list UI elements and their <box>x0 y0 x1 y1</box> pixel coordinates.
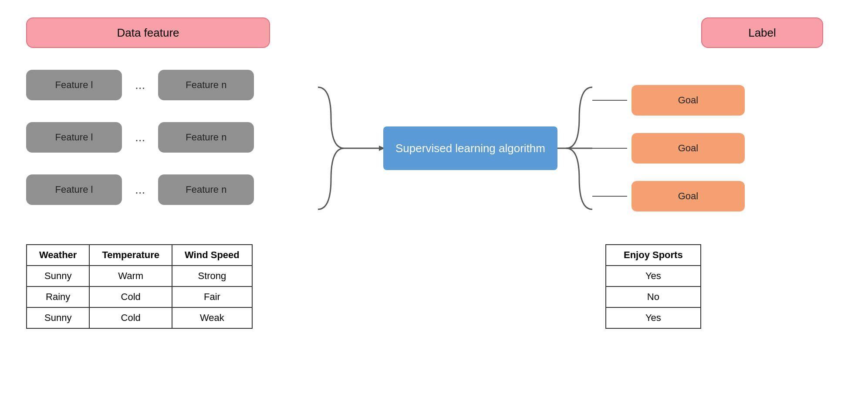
feature-dots-2: ... <box>135 130 145 144</box>
sla-box: Supervised learning algorithm <box>383 126 557 170</box>
row1-weather: Sunny <box>27 266 89 286</box>
row2-weather: Rainy <box>27 286 89 307</box>
goal-box-1: Goal <box>632 85 745 116</box>
table-row: Yes <box>606 266 701 286</box>
feature-row-3: Feature l ... Feature n <box>26 174 254 205</box>
sla-label: Supervised learning algorithm <box>395 142 545 155</box>
label-box: Label <box>701 17 823 48</box>
feature-row-1: Feature l ... Feature n <box>26 70 254 100</box>
feature-box-3-n: Feature n <box>158 174 254 205</box>
feature-box-1-n: Feature n <box>158 70 254 100</box>
row3-wind: Weak <box>172 307 252 328</box>
feature-dots-1: ... <box>135 78 145 92</box>
enjoy-table-header: Enjoy Sports <box>606 245 701 266</box>
feature-box-1-1: Feature l <box>26 70 122 100</box>
row1-temperature: Warm <box>89 266 172 286</box>
table-row: Rainy Cold Fair <box>27 286 252 307</box>
feature-box-2-1: Feature l <box>26 122 122 153</box>
enjoy-table: Enjoy Sports Yes No Yes <box>605 244 701 329</box>
row2-wind: Fair <box>172 286 252 307</box>
goal-box-2: Goal <box>632 133 745 164</box>
data-table-header-wind: Wind Speed <box>172 245 252 266</box>
enjoy-row-2: No <box>606 286 701 307</box>
row2-temperature: Cold <box>89 286 172 307</box>
data-feature-box: Data feature <box>26 17 270 48</box>
goal-box-3: Goal <box>632 181 745 211</box>
data-table-header-temperature: Temperature <box>89 245 172 266</box>
label-box-label: Label <box>748 26 776 40</box>
feature-dots-3: ... <box>135 183 145 197</box>
table-row: Sunny Warm Strong <box>27 266 252 286</box>
row3-weather: Sunny <box>27 307 89 328</box>
table-row: Yes <box>606 307 701 328</box>
row1-wind: Strong <box>172 266 252 286</box>
table-row: Sunny Cold Weak <box>27 307 252 328</box>
feature-box-2-n: Feature n <box>158 122 254 153</box>
feature-row-2: Feature l ... Feature n <box>26 122 254 153</box>
data-table: Weather Temperature Wind Speed Sunny War… <box>26 244 253 329</box>
enjoy-row-3: Yes <box>606 307 701 328</box>
data-table-header-weather: Weather <box>27 245 89 266</box>
row3-temperature: Cold <box>89 307 172 328</box>
feature-box-3-1: Feature l <box>26 174 122 205</box>
enjoy-row-1: Yes <box>606 266 701 286</box>
table-row: No <box>606 286 701 307</box>
data-feature-label: Data feature <box>117 26 179 40</box>
